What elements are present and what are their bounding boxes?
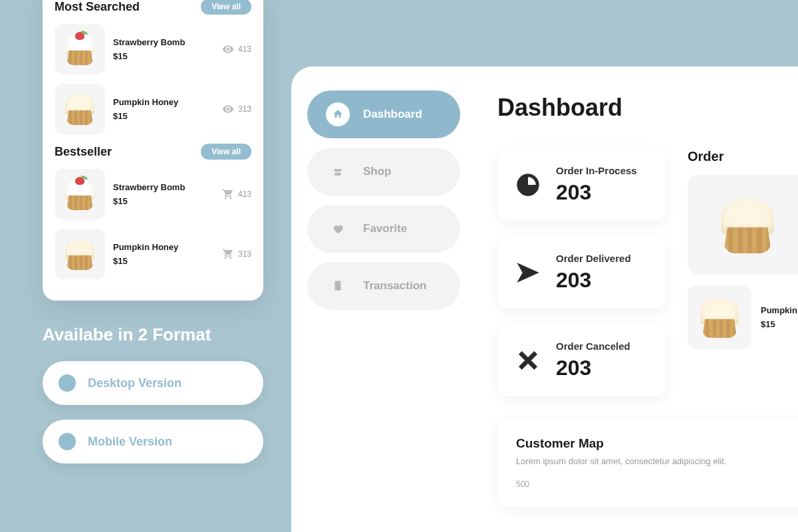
desktop-preview: Dashboard Shop Favorite Transaction Dash… <box>291 66 798 532</box>
format-label: Desktop Version <box>88 376 182 390</box>
item-price: $15 <box>113 51 214 61</box>
view-all-button[interactable]: View all <box>201 0 251 15</box>
stat-value: 203 <box>556 268 631 293</box>
order-item-price: $15 <box>761 319 798 329</box>
radio-dot-icon <box>59 433 76 450</box>
product-thumbnail <box>55 169 105 219</box>
stat-card-delivered: Order Delivered 203 <box>497 237 666 309</box>
eye-icon <box>222 103 234 115</box>
item-cart: 413 <box>222 188 251 200</box>
home-icon <box>326 102 350 126</box>
stat-card-canceled: Order Canceled 203 <box>497 325 666 396</box>
heart-icon <box>326 217 350 241</box>
stat-card-in-process: Order In-Process 203 <box>497 149 666 221</box>
stat-value: 203 <box>556 180 637 205</box>
item-views: 313 <box>222 103 251 115</box>
product-thumbnail <box>55 84 105 134</box>
dashboard-row: Order In-Process 203 Order Delivered 203… <box>497 149 798 396</box>
sidebar-item-shop[interactable]: Shop <box>307 148 460 196</box>
stat-label: Order Delivered <box>556 253 631 264</box>
format-section: Availabe in 2 Format Desktop Version Mob… <box>43 325 263 478</box>
list-item[interactable]: Strawberry Bomb $15 413 <box>55 24 251 74</box>
map-axis-tick: 500 <box>516 479 798 489</box>
most-searched-header: Most Searched View all <box>55 0 251 15</box>
cart-icon <box>222 248 234 260</box>
send-icon <box>513 258 543 287</box>
cart-count: 313 <box>238 249 251 259</box>
format-label: Mobile Version <box>88 435 172 449</box>
product-thumbnail <box>55 24 105 74</box>
item-info: Strawberry Bomb $15 <box>113 182 214 206</box>
stat-label: Order Canceled <box>556 340 630 352</box>
item-info: Strawberry Bomb $15 <box>113 37 214 61</box>
shop-icon <box>326 160 350 184</box>
sidebar-item-favorite[interactable]: Favorite <box>307 205 460 253</box>
order-product-image <box>688 175 798 275</box>
order-item-info: Pumpkin Honey $15 <box>761 305 798 329</box>
list-item[interactable]: Pumpkin Honey $15 313 <box>55 229 251 279</box>
stat-label: Order In-Process <box>556 165 637 176</box>
desktop-version-button[interactable]: Desktop Version <box>43 361 263 405</box>
cart-count: 413 <box>238 190 251 199</box>
order-item-row[interactable]: Pumpkin Honey $15 <box>688 285 798 349</box>
order-column: Order Pumpkin Honey $15 <box>688 149 798 396</box>
main-content: Dashboard Order In-Process 203 Order Del… <box>476 66 798 532</box>
item-price: $15 <box>113 256 214 266</box>
most-searched-title: Most Searched <box>55 0 140 14</box>
views-count: 413 <box>238 45 251 54</box>
page-header: Dashboard <box>497 93 798 122</box>
stats-column: Order In-Process 203 Order Delivered 203… <box>497 149 666 396</box>
sidebar: Dashboard Shop Favorite Transaction <box>291 66 476 532</box>
receipt-icon <box>326 274 350 298</box>
item-name: Strawberry Bomb <box>113 37 214 49</box>
item-price: $15 <box>113 111 214 121</box>
map-title: Customer Map <box>516 436 798 451</box>
cart-icon <box>222 188 234 200</box>
close-icon <box>513 346 543 375</box>
customer-map-section: Customer Map Lorem ipsum dolor sit amet,… <box>497 418 798 507</box>
item-cart: 313 <box>222 248 251 260</box>
item-info: Pumpkin Honey $15 <box>113 97 214 121</box>
nav-label: Favorite <box>363 222 407 235</box>
list-item[interactable]: Strawberry Bomb $15 413 <box>55 169 251 219</box>
item-views: 413 <box>222 43 251 55</box>
nav-label: Transaction <box>363 279 426 293</box>
mobile-version-button[interactable]: Mobile Version <box>43 420 263 464</box>
progress-icon <box>513 170 543 200</box>
eye-icon <box>222 43 234 55</box>
order-thumbnail <box>688 285 751 349</box>
map-subtitle: Lorem ipsum dolor sit amet, consectetur … <box>516 456 798 466</box>
views-count: 313 <box>238 104 251 114</box>
list-item[interactable]: Pumpkin Honey $15 313 <box>55 84 251 134</box>
page-title: Dashboard <box>497 94 622 122</box>
item-info: Pumpkin Honey $15 <box>113 242 214 266</box>
bestseller-title: Bestseller <box>55 145 112 159</box>
item-price: $15 <box>113 196 214 206</box>
sidebar-item-transaction[interactable]: Transaction <box>307 262 460 310</box>
item-name: Pumpkin Honey <box>113 97 214 108</box>
view-all-button[interactable]: View all <box>201 144 251 160</box>
stat-value: 203 <box>556 356 630 380</box>
nav-label: Shop <box>363 165 392 178</box>
mobile-preview-card: Most Searched View all Strawberry Bomb $… <box>43 0 263 301</box>
radio-dot-icon <box>59 374 76 392</box>
product-thumbnail <box>55 229 105 279</box>
bestseller-header: Bestseller View all <box>55 144 251 160</box>
item-name: Pumpkin Honey <box>113 242 214 253</box>
sidebar-item-dashboard[interactable]: Dashboard <box>307 90 460 138</box>
format-title: Availabe in 2 Format <box>43 325 263 345</box>
item-name: Strawberry Bomb <box>113 182 214 194</box>
order-title: Order <box>688 149 798 164</box>
order-item-name: Pumpkin Honey <box>761 305 798 315</box>
nav-label: Dashboard <box>363 108 422 121</box>
